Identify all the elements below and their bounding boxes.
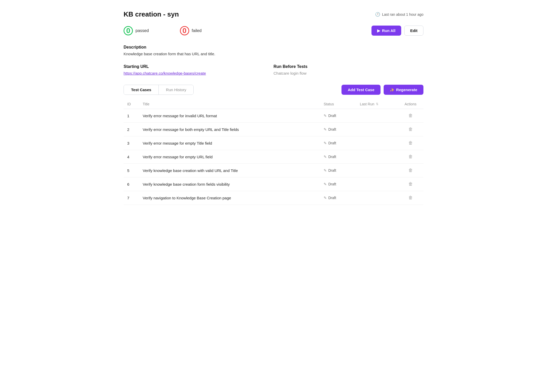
failed-count: 0 [180, 26, 189, 35]
edit-button[interactable]: Edit [404, 26, 423, 36]
cell-id: 4 [124, 150, 139, 164]
delete-icon[interactable]: 🗑 [408, 195, 413, 200]
cell-status: ✎ Draft [320, 150, 356, 164]
delete-icon[interactable]: 🗑 [408, 140, 413, 145]
cell-id: 3 [124, 136, 139, 150]
tabs-row: Test Cases Run History Add Test Case ✨ R… [124, 85, 423, 95]
passed-count: 0 [124, 26, 133, 35]
cell-title: Verify knowledge base creation with vali… [139, 164, 320, 177]
cell-status: ✎ Draft [320, 109, 356, 123]
cell-actions: 🗑 [398, 123, 423, 136]
table-row: 6 Verify knowledge base creation form fi… [124, 177, 423, 191]
cell-actions: 🗑 [398, 150, 423, 164]
cell-lastrun [356, 109, 398, 123]
cell-id: 5 [124, 164, 139, 177]
cell-actions: 🗑 [398, 164, 423, 177]
col-header-title: Title [139, 99, 320, 109]
cell-id: 1 [124, 109, 139, 123]
cell-lastrun [356, 164, 398, 177]
starting-url-link[interactable]: https://app.chatcare.co/knowledge-bases/… [124, 71, 206, 75]
top-actions: ▶ Run All Edit [371, 26, 423, 36]
cell-actions: 🗑 [398, 191, 423, 205]
table-row: 7 Verify navigation to Knowledge Base Cr… [124, 191, 423, 205]
table-row: 1 Verify error message for invalid URL f… [124, 109, 423, 123]
col-header-lastrun[interactable]: Last Run ⇅ [356, 99, 398, 109]
tab-group: Test Cases Run History [124, 85, 194, 95]
delete-icon[interactable]: 🗑 [408, 113, 413, 118]
last-ran-info: 🕐 Last ran about 1 hour ago [375, 12, 423, 17]
cell-lastrun [356, 123, 398, 136]
edit-status-icon: ✎ [324, 182, 327, 186]
add-test-case-button[interactable]: Add Test Case [341, 85, 381, 95]
run-before-section: Run Before Tests Chatcare login flow [274, 64, 423, 75]
cell-status: ✎ Draft [320, 164, 356, 177]
run-before-label: Run Before Tests [274, 64, 423, 69]
passed-stat: 0 passed [124, 26, 149, 35]
table-row: 3 Verify error message for empty Title f… [124, 136, 423, 150]
edit-status-icon: ✎ [324, 141, 327, 145]
cell-actions: 🗑 [398, 109, 423, 123]
delete-icon[interactable]: 🗑 [408, 182, 413, 186]
edit-status-icon: ✎ [324, 114, 327, 118]
cell-title: Verify knowledge base creation form fiel… [139, 177, 320, 191]
delete-icon[interactable]: 🗑 [408, 127, 413, 132]
starting-url-label: Starting URL [124, 64, 274, 69]
delete-icon[interactable]: 🗑 [408, 154, 413, 159]
description-text: Knowledge base creation form that has UR… [124, 52, 423, 56]
cell-title: Verify error message for empty Title fie… [139, 136, 320, 150]
table-row: 5 Verify knowledge base creation with va… [124, 164, 423, 177]
cell-title: Verify navigation to Knowledge Base Crea… [139, 191, 320, 205]
sparkle-icon: ✨ [390, 88, 394, 92]
cell-status: ✎ Draft [320, 123, 356, 136]
table-row: 4 Verify error message for empty URL fie… [124, 150, 423, 164]
play-icon: ▶ [377, 28, 380, 33]
cell-lastrun [356, 136, 398, 150]
description-label: Description [124, 45, 423, 50]
cell-actions: 🗑 [398, 177, 423, 191]
sort-icon: ⇅ [376, 102, 378, 106]
regenerate-button[interactable]: ✨ Regenerate [384, 85, 423, 95]
edit-status-icon: ✎ [324, 127, 327, 131]
cell-actions: 🗑 [398, 136, 423, 150]
cell-status: ✎ Draft [320, 191, 356, 205]
table-row: 2 Verify error message for both empty UR… [124, 123, 423, 136]
cell-lastrun [356, 177, 398, 191]
delete-icon[interactable]: 🗑 [408, 168, 413, 173]
meta-info: Starting URL https://app.chatcare.co/kno… [124, 64, 423, 75]
run-before-value: Chatcare login flow [274, 71, 423, 75]
cell-status: ✎ Draft [320, 136, 356, 150]
run-all-button[interactable]: ▶ Run All [371, 26, 401, 36]
starting-url-section: Starting URL https://app.chatcare.co/kno… [124, 64, 274, 75]
cell-id: 7 [124, 191, 139, 205]
cell-lastrun [356, 191, 398, 205]
col-header-status: Status [320, 99, 356, 109]
tab-test-cases[interactable]: Test Cases [124, 85, 158, 95]
test-cases-table: ID Title Status Last Run ⇅ Actions [124, 99, 423, 205]
tab-run-history[interactable]: Run History [159, 85, 193, 95]
cell-title: Verify error message for empty URL field [139, 150, 320, 164]
edit-status-icon: ✎ [324, 168, 327, 173]
edit-status-icon: ✎ [324, 155, 327, 159]
clock-icon: 🕐 [375, 12, 380, 17]
failed-label: failed [192, 28, 202, 33]
cell-id: 6 [124, 177, 139, 191]
col-header-actions: Actions [398, 99, 423, 109]
cell-title: Verify error message for both empty URL … [139, 123, 320, 136]
edit-status-icon: ✎ [324, 196, 327, 200]
tab-action-buttons: Add Test Case ✨ Regenerate [341, 85, 423, 95]
cell-status: ✎ Draft [320, 177, 356, 191]
cell-id: 2 [124, 123, 139, 136]
passed-label: passed [135, 28, 149, 33]
cell-lastrun [356, 150, 398, 164]
page-title: KB creation - syn [124, 10, 179, 18]
failed-stat: 0 failed [180, 26, 202, 35]
cell-title: Verify error message for invalid URL for… [139, 109, 320, 123]
col-header-id: ID [124, 99, 139, 109]
